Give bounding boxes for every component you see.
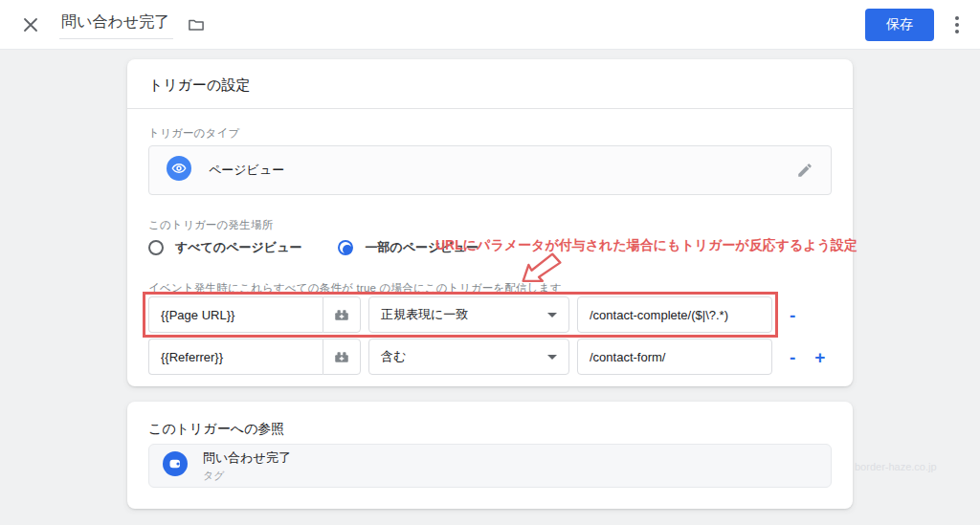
references-card-title: このトリガーへの参照: [127, 402, 853, 438]
condition-variable-input[interactable]: [148, 339, 323, 375]
trigger-type-value: ページビュー: [209, 162, 284, 179]
edit-pencil-icon[interactable]: [796, 162, 813, 179]
condition-variable-input[interactable]: [148, 296, 323, 333]
radio-all-label: すべてのページビュー: [175, 239, 301, 256]
trigger-card-title: トリガーの設定: [127, 59, 853, 108]
condition-value-input[interactable]: [577, 296, 772, 333]
variable-picker-button[interactable]: [323, 296, 361, 333]
pageview-eye-icon: [167, 156, 191, 185]
close-icon[interactable]: [19, 13, 42, 36]
fires-on-options: すべてのページビュー 一部のページビュー: [148, 239, 479, 256]
remove-condition-button[interactable]: -: [784, 348, 801, 366]
condition-operator-select[interactable]: 含む: [368, 339, 569, 375]
annotation-text: URLにパラメータが付与された場合にもトリガーが反応するよう設定: [435, 237, 858, 254]
remove-condition-button[interactable]: -: [784, 306, 801, 324]
radio-all-pageviews[interactable]: すべてのページビュー: [148, 239, 301, 256]
referencing-tag-row[interactable]: 問い合わせ完了 タグ: [148, 444, 832, 488]
operator-value: 正規表現に一致: [381, 306, 468, 323]
radio-unselected-icon: [148, 240, 164, 255]
conditions-label: イベント発生時にこれらすべての条件が true の場合にこのトリガーを配信します: [148, 281, 562, 295]
trigger-references-card: このトリガーへの参照 問い合わせ完了 タグ: [127, 402, 853, 509]
radio-selected-icon: [338, 240, 353, 255]
save-button[interactable]: 保存: [865, 9, 934, 41]
main-content: トリガーの設定 トリガーのタイプ ページビュー このトリガーの発生場所 すべて: [127, 50, 853, 509]
fires-on-label: このトリガーの発生場所: [148, 218, 273, 232]
trigger-type-label: トリガーのタイプ: [148, 126, 240, 141]
condition-value-input[interactable]: [577, 339, 772, 375]
referencing-tag-type: タグ: [203, 469, 291, 483]
folder-icon[interactable]: [187, 15, 206, 34]
condition-row: 含む - +: [148, 339, 831, 375]
referencing-tag-name: 問い合わせ完了: [203, 449, 291, 467]
variable-picker-button[interactable]: [323, 339, 361, 375]
operator-value: 含む: [381, 348, 406, 365]
add-condition-button[interactable]: +: [809, 348, 831, 366]
divider: [127, 108, 853, 109]
chevron-down-icon: [547, 313, 557, 317]
chevron-down-icon: [547, 355, 557, 360]
trigger-settings-card: トリガーの設定 トリガーのタイプ ページビュー このトリガーの発生場所 すべて: [127, 59, 853, 386]
condition-operator-select[interactable]: 正規表現に一致: [368, 296, 569, 333]
more-options-icon[interactable]: [949, 12, 965, 37]
watermark-text: border-haze.co.jp: [855, 461, 937, 472]
trigger-name-input[interactable]: 問い合わせ完了: [59, 11, 173, 39]
tag-icon: [163, 451, 188, 480]
condition-row: 正規表現に一致 -: [148, 296, 801, 333]
top-bar: 問い合わせ完了 保存: [0, 0, 980, 50]
trigger-type-row[interactable]: ページビュー: [148, 145, 832, 195]
